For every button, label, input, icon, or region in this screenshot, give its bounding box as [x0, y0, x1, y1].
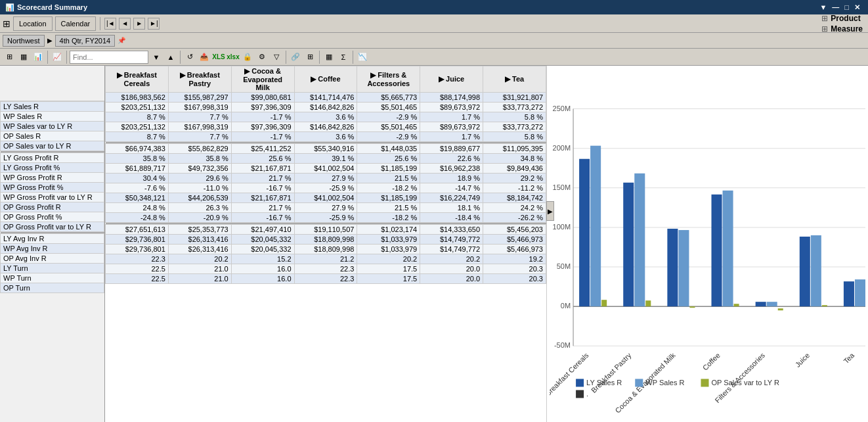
data-cell: $1,185,199 — [357, 164, 420, 174]
data-cell: -2.9 % — [357, 132, 420, 142]
col-header-bc[interactable]: ▶ BreakfastCereals — [106, 66, 169, 93]
data-cell: $1,033,979 — [357, 245, 420, 254]
grid-view-icon[interactable]: ⊞ — [3, 51, 16, 64]
data-cell: -11.0 % — [168, 183, 231, 193]
win-maximize[interactable]: □ — [842, 3, 852, 11]
svg-rect-23 — [576, 379, 584, 387]
win-restore-down[interactable]: — — [829, 3, 842, 11]
grid4-icon[interactable]: ▦ — [322, 51, 336, 64]
data-cell: $33,773,272 — [483, 103, 546, 112]
data-cell: $26,313,416 — [168, 245, 231, 254]
col-header-cem[interactable]: ▶ Cocoa &EvaporatedMilk — [231, 66, 294, 93]
data-cell: -25.9 % — [294, 213, 357, 223]
chart-panel: 250M 200M 150M 100M 50M 0M -50M — [546, 66, 868, 422]
row-labels-panel: LY Sales R WP Sales R WP Sales var to LY… — [0, 66, 105, 422]
data-cell: $5,466,973 — [483, 245, 546, 254]
measure-label-row[interactable]: ⊞ Measure — [821, 24, 863, 34]
svg-text:-50M: -50M — [554, 341, 571, 349]
lock-icon[interactable]: 🔒 — [241, 51, 254, 64]
chart-collapse-btn[interactable]: ▶ — [546, 201, 554, 221]
data-cell: 22.6 % — [420, 154, 483, 164]
col-header-coffee[interactable]: ▶ Coffee — [294, 66, 357, 93]
excel-icon[interactable]: XLS — [212, 51, 225, 64]
find-down-icon[interactable]: ▼ — [150, 51, 163, 64]
data-cell: 21.7 % — [231, 174, 294, 183]
svg-text:Filters & Accessories: Filters & Accessories — [713, 351, 766, 404]
row-label-op-inv: OP Avg Inv R — [1, 254, 104, 264]
svg-text:Tea: Tea — [842, 351, 856, 365]
row-label-wp-gp-pct: WP Gross Profit % — [1, 183, 104, 193]
data-cell: $167,998,319 — [168, 103, 231, 112]
row-label-wp-sales: WP Sales R — [1, 112, 104, 122]
data-cell: $11,095,395 — [483, 144, 546, 154]
data-cell: 39.1 % — [294, 154, 357, 164]
link-icon[interactable]: 🔗 — [289, 51, 302, 64]
data-cell: 21.2 — [294, 254, 357, 264]
data-cell: -1.7 % — [231, 132, 294, 142]
period-filter[interactable]: 4th Qtr, FY2014 — [55, 35, 116, 47]
settings-icon[interactable]: ⚙ — [255, 51, 269, 64]
data-cell: $14,749,772 — [420, 245, 483, 254]
nav-first[interactable]: |◄ — [104, 18, 116, 30]
data-cell: 17.5 — [357, 264, 420, 274]
data-cell: 22.3 — [294, 274, 357, 284]
col-header-juice[interactable]: ▶ Juice — [420, 66, 483, 93]
find-input[interactable] — [70, 51, 148, 64]
bar-bc-ly — [579, 159, 590, 306]
location-button[interactable]: Location — [13, 16, 53, 31]
data-cell: $20,045,332 — [231, 235, 294, 245]
chart2-icon[interactable]: 📈 — [51, 51, 64, 64]
calendar-button[interactable]: Calendar — [55, 16, 97, 31]
data-cell: 20.2 — [420, 254, 483, 264]
chart-view-icon[interactable]: 📊 — [32, 51, 45, 64]
sep7 — [353, 51, 353, 64]
data-cell: $19,110,507 — [294, 225, 357, 235]
data-cell: 7.7 % — [168, 112, 231, 122]
data-cell: 21.5 % — [357, 174, 420, 183]
title-bar: 📊 Scorecard Summary ▼ — □ ✕ — [0, 0, 868, 14]
sep4 — [180, 51, 181, 64]
data-cell: 24.2 % — [483, 203, 546, 213]
col-header-bp[interactable]: ▶ BreakfastPastry — [168, 66, 231, 93]
data-cell: 16.0 — [231, 264, 294, 274]
location-filter[interactable]: Northwest — [3, 35, 45, 47]
data-cell: $16,962,238 — [420, 164, 483, 174]
filter-arrow: ▶ — [47, 37, 53, 44]
nav-prev[interactable]: ◄ — [119, 18, 131, 30]
chart3-icon[interactable]: 📉 — [356, 51, 369, 64]
product-label-row[interactable]: ⊞ Product — [821, 14, 860, 23]
data-cell: -16.7 % — [231, 183, 294, 193]
data-cell: -24.8 % — [106, 213, 169, 223]
data-cell: 29.2 % — [483, 174, 546, 183]
refresh-icon[interactable]: ↺ — [183, 51, 196, 64]
data-cell: 5.8 % — [483, 132, 546, 142]
sigma-icon[interactable]: Σ — [337, 51, 350, 64]
gross-profit-section-label — [0, 67, 104, 101]
col-header-tea[interactable]: ▶ Tea — [483, 66, 546, 93]
nav-last[interactable]: ►| — [148, 18, 160, 30]
table-view-icon[interactable]: ▦ — [17, 51, 30, 64]
win-minimize[interactable]: ▼ — [817, 3, 829, 11]
data-cell: 20.0 — [420, 274, 483, 284]
win-close[interactable]: ✕ — [852, 3, 863, 12]
row-label-wp-inv: WP Avg Inv R — [1, 244, 104, 254]
data-cell: $203,251,132 — [106, 122, 169, 132]
export-icon[interactable]: 📤 — [198, 51, 211, 64]
data-cell: $27,651,613 — [106, 225, 169, 235]
svg-text:50M: 50M — [557, 262, 571, 270]
svg-text:Breakfast Cereals: Breakfast Cereals — [550, 351, 590, 398]
data-cell: 8.7 % — [106, 112, 169, 122]
data-cell: 20.3 — [483, 264, 546, 274]
row-label-op-turn: OP Turn — [1, 283, 104, 293]
grid-small-icon: ⊞ — [821, 14, 828, 23]
data-cell: 27.9 % — [294, 174, 357, 183]
find-up-icon[interactable]: ▲ — [164, 51, 177, 64]
nav-next[interactable]: ► — [133, 18, 145, 30]
excel2-icon[interactable]: xlsx — [227, 51, 240, 64]
grid3-icon[interactable]: ⊞ — [303, 51, 316, 64]
filter-icon[interactable]: ▽ — [270, 51, 283, 64]
data-cell: $186,983,562 — [106, 93, 169, 103]
data-table: ▶ BreakfastCereals ▶ BreakfastPastry ▶ C… — [105, 66, 546, 284]
data-cell: $1,185,199 — [357, 193, 420, 203]
col-header-fa[interactable]: ▶ Filters &Accessories — [357, 66, 420, 93]
